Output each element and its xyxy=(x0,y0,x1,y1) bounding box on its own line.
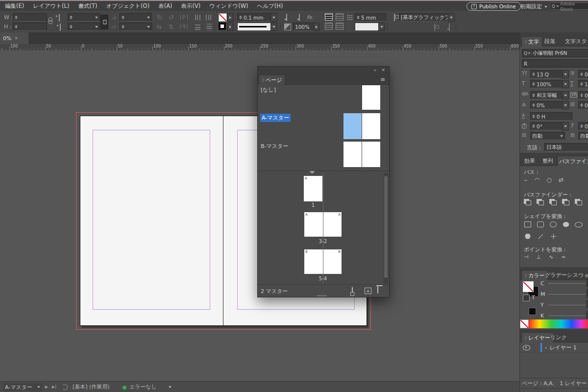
workspace-switcher[interactable]: 初期設定 xyxy=(520,3,547,10)
page-3-thumbnail[interactable]: A xyxy=(304,212,323,237)
skew-field[interactable] xyxy=(120,23,152,31)
menu-table[interactable]: 表(A) xyxy=(158,2,172,10)
layer-visibility-eye-icon[interactable] xyxy=(523,345,530,350)
kerning-field[interactable]: 和文等幅 xyxy=(530,91,565,99)
pathfinder-intersect-icon[interactable] xyxy=(549,199,557,205)
pathfinder-add-icon[interactable] xyxy=(524,199,531,205)
scale-y-field[interactable] xyxy=(68,23,100,31)
wrap-offset-field[interactable]: 5 mm xyxy=(355,13,386,22)
master-a-right-thumbnail[interactable] xyxy=(362,113,380,139)
wrap-contour-dropdown-button[interactable] xyxy=(378,23,385,31)
close-icon[interactable]: ✕ xyxy=(14,36,18,41)
pathfinder-minus-back-icon[interactable] xyxy=(575,199,582,205)
vertical-scale-field[interactable]: 1 xyxy=(578,80,588,88)
point-symmetrical-icon[interactable]: ≈ xyxy=(561,254,565,260)
menu-type[interactable]: 書式(T) xyxy=(78,2,97,10)
leading-dropdown[interactable] xyxy=(562,80,569,88)
magenta-slider[interactable] xyxy=(548,294,586,294)
spread-3-2-label[interactable]: 3-2 xyxy=(304,239,342,244)
shape-beveled-rectangle-icon[interactable] xyxy=(561,220,571,228)
layer-row[interactable]: › レイヤー 1 xyxy=(520,343,588,353)
wrap-none-button[interactable] xyxy=(325,13,333,21)
pages-panel-header[interactable]: « ✕ xyxy=(258,67,389,74)
pages-scrollbar-thumb[interactable] xyxy=(384,176,388,278)
shape-line-icon[interactable] xyxy=(536,232,545,240)
fill-color-swatch[interactable] xyxy=(219,13,227,22)
stroke-style-dropdown-button[interactable] xyxy=(270,23,277,31)
shape-inverse-rounded-icon[interactable] xyxy=(574,220,584,228)
shear-field[interactable] xyxy=(120,13,152,22)
page-1-thumbnail[interactable]: A xyxy=(304,176,322,201)
paragraph-direction-icon[interactable]: P xyxy=(180,24,188,29)
master-none-label[interactable]: [なし] xyxy=(261,86,276,94)
break-link-style-icon[interactable] xyxy=(434,24,435,31)
collapse-panel-icon[interactable]: « xyxy=(373,68,376,73)
stroke-weight-field[interactable]: 0.1 mm xyxy=(237,13,273,22)
shape-rounded-rectangle-icon[interactable] xyxy=(536,220,545,228)
language-field[interactable]: 日本語 xyxy=(544,143,588,151)
black-swatch[interactable] xyxy=(529,308,536,315)
tab-gradient[interactable]: グラデーション xyxy=(543,270,574,280)
reverse-path-icon[interactable]: ⇄ xyxy=(559,176,564,183)
shape-orthogonal-line-icon[interactable] xyxy=(548,232,558,240)
next-page-button[interactable]: ▶ xyxy=(45,385,48,389)
masters-pages-divider[interactable] xyxy=(258,171,389,171)
shape-polygon-icon[interactable] xyxy=(523,232,533,240)
master-b-left-thumbnail[interactable] xyxy=(343,142,362,167)
menu-window[interactable]: ウィンドウ(W) xyxy=(209,2,248,10)
black-slider[interactable] xyxy=(548,316,586,316)
yellow-slider[interactable] xyxy=(548,305,586,305)
cyan-slider[interactable] xyxy=(548,283,586,284)
font-family-field[interactable]: Q 小塚明朝 Pr6N xyxy=(522,49,588,57)
paragraph-composer-icon[interactable]: P xyxy=(180,15,188,20)
fill-flyout-button[interactable] xyxy=(227,13,233,22)
height-field[interactable] xyxy=(13,23,47,31)
stroke-weight-dropdown[interactable] xyxy=(270,13,277,22)
tab-pages[interactable]: ◊ ページ xyxy=(259,74,285,85)
shape-ellipse-icon[interactable] xyxy=(548,220,558,228)
tab-character[interactable]: ◊文字 xyxy=(521,36,542,47)
baseline-shift-field[interactable]: 0 H xyxy=(530,112,572,121)
stroke-flyout-button[interactable] xyxy=(227,23,233,31)
leading-field[interactable]: 100% xyxy=(530,80,565,88)
point-corner-icon[interactable]: ⊥ xyxy=(537,254,541,260)
tab-swatches[interactable]: スウォッ xyxy=(572,270,588,280)
new-spread-icon[interactable]: + xyxy=(365,288,371,294)
close-path-icon[interactable]: ○ xyxy=(546,176,551,183)
wrap-contour-dropdown[interactable] xyxy=(355,23,381,31)
tab-character-styles[interactable]: 文字スタイル xyxy=(562,36,588,46)
master-a-left-thumbnail[interactable] xyxy=(343,113,362,139)
spread-5-4-label[interactable]: 5-4 xyxy=(304,276,342,281)
gyodori-right-field[interactable]: 自動 xyxy=(578,132,588,140)
jidori-field[interactable]: 0 xyxy=(578,70,588,78)
stock-search-input[interactable]: Q Adobe Stock xyxy=(550,2,588,10)
horizontal-ruler[interactable]: 100 50 0 50 100 150 200 250 300 350 400 … xyxy=(0,44,519,51)
menu-help[interactable]: ヘルプ(H) xyxy=(257,2,283,10)
kerning-dropdown[interactable] xyxy=(562,91,569,99)
page-2-thumbnail[interactable]: A xyxy=(323,212,342,237)
join-path-icon[interactable]: ⌣ xyxy=(524,176,528,183)
font-style-field[interactable]: R xyxy=(522,59,588,68)
gyodori-field[interactable]: 自動 xyxy=(530,132,565,140)
last-page-button[interactable]: ▶| xyxy=(52,385,56,389)
grid-field[interactable]: 0 xyxy=(578,101,588,109)
object-style-dropdown-button[interactable] xyxy=(448,13,455,22)
tab-paragraph[interactable]: 段落 xyxy=(541,36,558,46)
page-4-thumbnail[interactable]: B xyxy=(323,249,342,274)
tab-effects[interactable]: 効果 xyxy=(521,156,538,166)
object-style-dropdown[interactable]: [基本グラフィックフ... xyxy=(399,13,451,22)
page-1-label[interactable]: 1 xyxy=(304,202,322,208)
corner-shape-icon[interactable] xyxy=(299,14,300,21)
corner-options-icon[interactable] xyxy=(286,14,287,21)
rotate-cw-icon[interactable]: ↻ xyxy=(157,14,162,21)
character-rotation-field[interactable]: 0° xyxy=(530,122,565,130)
tab-align[interactable]: 整列 xyxy=(539,156,556,166)
character-rotation-dropdown[interactable] xyxy=(562,122,569,130)
layer-name[interactable]: レイヤー 1 xyxy=(549,344,576,351)
open-path-icon[interactable]: ◠ xyxy=(535,176,539,183)
publish-online-button[interactable]: ↑ Publish Online xyxy=(466,2,521,11)
edit-page-size-icon[interactable] xyxy=(352,287,353,294)
menu-object[interactable]: オブジェクト(O) xyxy=(106,2,149,10)
constrain-scale-toggle[interactable] xyxy=(100,15,108,29)
slant-field[interactable]: 0 xyxy=(578,122,588,130)
